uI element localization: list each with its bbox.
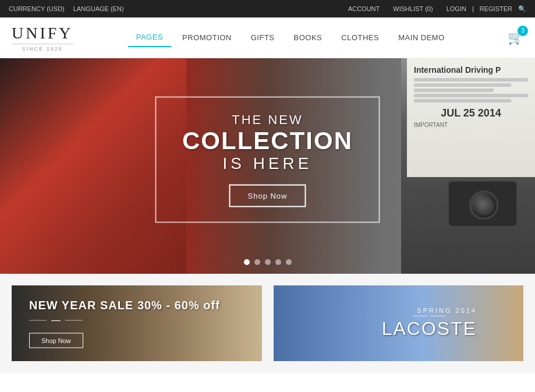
hero-shop-now-button[interactable]: Shop Now — [229, 185, 306, 207]
search-icon[interactable]: 🔍 — [518, 5, 526, 13]
promo-right-title: LACOSTE — [382, 318, 477, 340]
nav-item-clothes[interactable]: CLOTHES — [333, 29, 387, 47]
slider-dot-4[interactable] — [275, 259, 281, 265]
slider-dot-2[interactable] — [254, 259, 260, 265]
hero-text-box: THE NEW COLLECTION IS HERE Shop Now — [155, 97, 380, 223]
promo-card-left[interactable]: NEW YEAR SALE 30% - 60% off — Shop Now — [12, 285, 262, 361]
nav-item-gifts[interactable]: GIFTS — [243, 29, 283, 47]
camera-lens — [469, 190, 498, 220]
hero-subtitle: THE NEW — [182, 112, 353, 128]
hero-title2: IS HERE — [182, 154, 353, 173]
doc-lines — [414, 78, 528, 103]
main-nav: PAGES PROMOTION GIFTS BOOKS CLOTHES MAIN… — [128, 28, 453, 47]
doc-important: IMPORTANT — [414, 122, 528, 128]
promo-right-content: SPRING 2014 LACOSTE — [382, 307, 477, 340]
register-link[interactable]: REGISTER — [480, 5, 512, 12]
promo-left-title: NEW YEAR SALE 30% - 60% off — [29, 299, 220, 312]
divider — [385, 5, 387, 12]
language-selector[interactable]: LANGUAGE (EN) — [73, 5, 124, 12]
hero-document: International Driving P JUL 25 2014 IMPO… — [407, 58, 535, 177]
hero-slider: International Driving P JUL 25 2014 IMPO… — [0, 58, 535, 274]
promo-left-shop-now[interactable]: Shop Now — [29, 333, 83, 348]
cart-button[interactable]: 🛒 3 — [508, 30, 523, 45]
doc-line — [414, 89, 494, 92]
logo-since: SINCE 1928 — [12, 44, 73, 52]
divider-line2 — [65, 320, 83, 320]
slider-dot-3[interactable] — [265, 259, 271, 265]
top-bar-right: ACCOUNT WISHLIST (0) LOGIN | REGISTER 🔍 — [348, 5, 526, 13]
hero-title: COLLECTION — [182, 128, 353, 154]
promo-right-subtitle: SPRING 2014 — [382, 307, 477, 314]
cart-badge: 3 — [518, 26, 528, 36]
promo-card-right[interactable]: SPRING 2014 LACOSTE — [274, 285, 524, 361]
doc-date: JUL 25 2014 — [414, 107, 528, 119]
promo-divider: — — [29, 315, 220, 326]
nav-item-main-demo[interactable]: MAIN DEMO — [390, 29, 453, 47]
nav-item-promotion[interactable]: PROMOTION — [174, 29, 240, 47]
right-dash-left — [413, 316, 427, 316]
doc-line — [414, 78, 528, 82]
hero-camera-image — [448, 181, 523, 256]
divider3: | — [472, 5, 474, 12]
right-dash-right — [431, 316, 445, 316]
nav-item-books[interactable]: BOOKS — [286, 29, 331, 47]
wishlist-link[interactable]: WISHLIST (0) — [393, 5, 433, 12]
doc-title: International Driving P — [414, 65, 528, 75]
slider-dot-1[interactable] — [244, 259, 250, 265]
divider2 — [439, 5, 441, 12]
camera-body — [448, 181, 518, 227]
logo-text: UNIFY — [12, 24, 73, 43]
currency-selector[interactable]: CURRENCY (USD) — [9, 5, 65, 12]
doc-line — [414, 99, 511, 103]
divider-dash: — — [51, 315, 61, 326]
doc-line — [414, 94, 528, 97]
doc-line — [414, 83, 511, 87]
top-bar-left: CURRENCY (USD) LANGUAGE (EN) — [9, 5, 124, 12]
login-link[interactable]: LOGIN — [447, 5, 466, 12]
account-link[interactable]: ACCOUNT — [348, 5, 380, 12]
nav-item-pages[interactable]: PAGES — [128, 28, 171, 47]
logo[interactable]: UNIFY SINCE 1928 — [12, 24, 73, 52]
promo-section: NEW YEAR SALE 30% - 60% off — Shop Now S… — [0, 274, 535, 373]
top-bar: CURRENCY (USD) LANGUAGE (EN) ACCOUNT WIS… — [0, 0, 535, 17]
divider-line — [29, 320, 47, 320]
slider-dot-5[interactable] — [286, 259, 292, 265]
promo-right-dashes — [382, 316, 477, 316]
promo-left-content: NEW YEAR SALE 30% - 60% off — Shop Now — [29, 299, 220, 348]
header: UNIFY SINCE 1928 PAGES PROMOTION GIFTS B… — [0, 17, 535, 58]
slider-dots — [244, 259, 292, 265]
camera-lens-inner — [477, 198, 494, 216]
